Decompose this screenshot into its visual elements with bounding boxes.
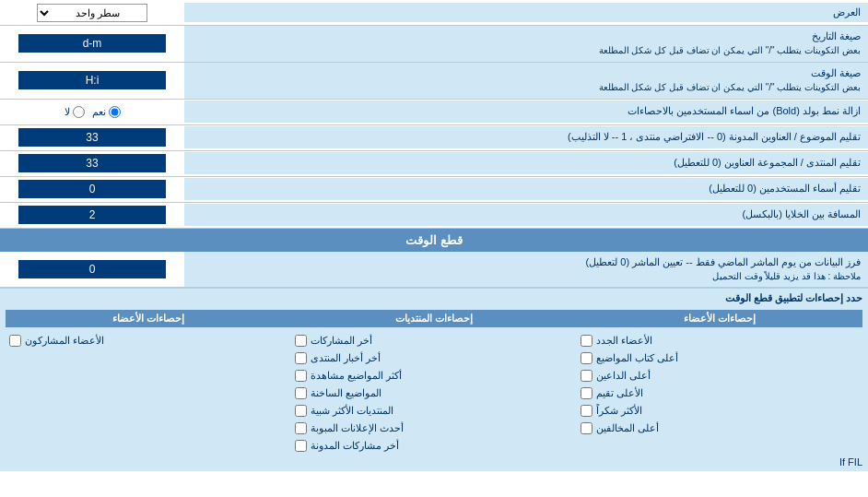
forum-trim-input[interactable] — [18, 154, 166, 172]
time-format-label: صيغة الوقت بعض التكوينات يتطلب "/" التي … — [184, 63, 868, 99]
list-item: الأعضاء المشاركون — [6, 334, 291, 348]
radio-yes-label[interactable]: نعم — [92, 106, 121, 118]
cell-spacing-input[interactable] — [18, 206, 166, 224]
list-item: أخر مشاركات المدونة — [291, 439, 577, 453]
checkbox-new-members[interactable] — [581, 335, 592, 347]
col3: إحصاءات الأعضاء الأعضاء المشاركون — [6, 310, 291, 453]
list-item: المنتديات الأكثر شبية — [291, 404, 577, 418]
forum-trim-label: تقليم المنتدى / المجموعة العناوين (0 للت… — [184, 152, 868, 173]
cell-spacing-row: المسافة بين الخلايا (بالبكسل) — [0, 203, 868, 229]
username-trim-label: تقليم أسماء المستخدمين (0 للتعطيل) — [184, 178, 868, 199]
col3-header: إحصاءات الأعضاء — [6, 310, 291, 327]
checkbox-last-blog-posts[interactable] — [295, 440, 307, 452]
list-item: أحدث الإعلانات المبوبة — [291, 421, 577, 435]
list-item: المواضيع الساخنة — [291, 386, 577, 400]
checkbox-latest-classifieds[interactable] — [295, 422, 307, 434]
checkbox-last-posts[interactable] — [295, 335, 307, 347]
checkbox-active-members[interactable] — [9, 335, 21, 347]
section-header-cutoff: قطع الوقت — [0, 229, 868, 252]
bold-remove-input-area: نعم لا — [0, 102, 184, 122]
checkbox-hot-topics[interactable] — [295, 387, 307, 399]
username-trim-row: تقليم أسماء المستخدمين (0 للتعطيل) — [0, 177, 868, 203]
stats-section: حدد إحصاءات لتطبيق قطع الوقت إحصاءات الأ… — [0, 288, 868, 471]
forum-trim-row: تقليم المنتدى / المجموعة العناوين (0 للت… — [0, 151, 868, 177]
checkbox-top-topic-writers[interactable] — [581, 352, 592, 364]
bold-remove-row: ازالة نمط بولد (Bold) من اسماء المستخدمي… — [0, 100, 868, 125]
col2-header: إحصاءات المنتديات — [291, 310, 577, 327]
username-trim-input-area — [0, 178, 184, 200]
topic-trim-row: تقليم الموضوع / العناوين المدونة (0 -- ا… — [0, 125, 868, 151]
list-item: الأكثر شكراً — [577, 404, 862, 418]
checkbox-top-violators[interactable] — [581, 422, 592, 434]
cutoff-row: فرز البيانات من يوم الماشر الماضي فقط --… — [0, 252, 868, 289]
main-container: العرض سطر واحد سطرين ثلاثة أسطر صيغة الت… — [0, 0, 868, 471]
radio-yes[interactable] — [109, 106, 121, 118]
col1-header: إحصاءات الأعضاء — [577, 310, 862, 327]
list-item: أعلى المخالفين — [577, 421, 862, 435]
date-format-label: صيغة التاريخ بعض التكوينات يتطلب "/" الت… — [184, 26, 868, 62]
date-format-row: صيغة التاريخ بعض التكوينات يتطلب "/" الت… — [0, 26, 868, 63]
cutoff-label: فرز البيانات من يوم الماشر الماضي فقط --… — [184, 252, 868, 288]
bold-remove-label: ازالة نمط بولد (Bold) من اسماء المستخدمي… — [184, 101, 868, 122]
list-item: الأعضاء الجدد — [577, 334, 862, 348]
checkboxes-grid: إحصاءات الأعضاء الأعضاء الجدد أعلى كتاب … — [6, 310, 862, 453]
checkbox-top-rated[interactable] — [581, 387, 592, 399]
checkbox-top-inviters[interactable] — [581, 370, 592, 382]
display-select[interactable]: سطر واحد سطرين ثلاثة أسطر — [37, 4, 147, 22]
time-format-input-area — [0, 69, 184, 91]
list-item: الأعلى تقيم — [577, 386, 862, 400]
cutoff-input-area — [0, 258, 184, 280]
top-label: العرض — [184, 3, 868, 22]
bold-remove-radio-group: نعم لا — [59, 104, 126, 120]
col2: إحصاءات المنتديات أخر المشاركات أخر أخبا… — [291, 310, 577, 453]
time-format-input[interactable] — [18, 71, 166, 89]
checkbox-most-viewed[interactable] — [295, 370, 307, 382]
top-select-area: سطر واحد سطرين ثلاثة أسطر — [0, 2, 184, 24]
checkbox-last-news[interactable] — [295, 352, 307, 364]
top-row: العرض سطر واحد سطرين ثلاثة أسطر — [0, 0, 868, 26]
list-item: أعلى كتاب المواضيع — [577, 351, 862, 365]
radio-no[interactable] — [73, 106, 85, 118]
checkbox-most-thanked[interactable] — [581, 405, 592, 417]
cutoff-input[interactable] — [18, 260, 166, 278]
date-format-input[interactable] — [18, 34, 166, 53]
col1: إحصاءات الأعضاء الأعضاء الجدد أعلى كتاب … — [577, 310, 862, 453]
stats-title: حدد إحصاءات لتطبيق قطع الوقت — [6, 292, 862, 304]
forum-trim-input-area — [0, 152, 184, 174]
date-format-input-area — [0, 32, 184, 54]
list-item: أخر المشاركات — [291, 334, 577, 348]
radio-no-label[interactable]: لا — [65, 106, 85, 118]
topic-trim-label: تقليم الموضوع / العناوين المدونة (0 -- ا… — [184, 126, 868, 148]
username-trim-input[interactable] — [18, 180, 166, 198]
list-item: أكثر المواضيع مشاهدة — [291, 369, 577, 383]
cell-spacing-label: المسافة بين الخلايا (بالبكسل) — [184, 204, 868, 225]
topic-trim-input[interactable] — [18, 128, 166, 147]
topic-trim-input-area — [0, 126, 184, 148]
checkbox-most-similar-forums[interactable] — [295, 405, 307, 417]
cell-spacing-input-area — [0, 204, 184, 226]
time-format-row: صيغة الوقت بعض التكوينات يتطلب "/" التي … — [0, 63, 868, 100]
list-item: أخر أخبار المنتدى — [291, 351, 577, 365]
list-item: أعلى الداعين — [577, 369, 862, 383]
if-fil-text: If FIL — [6, 456, 862, 467]
